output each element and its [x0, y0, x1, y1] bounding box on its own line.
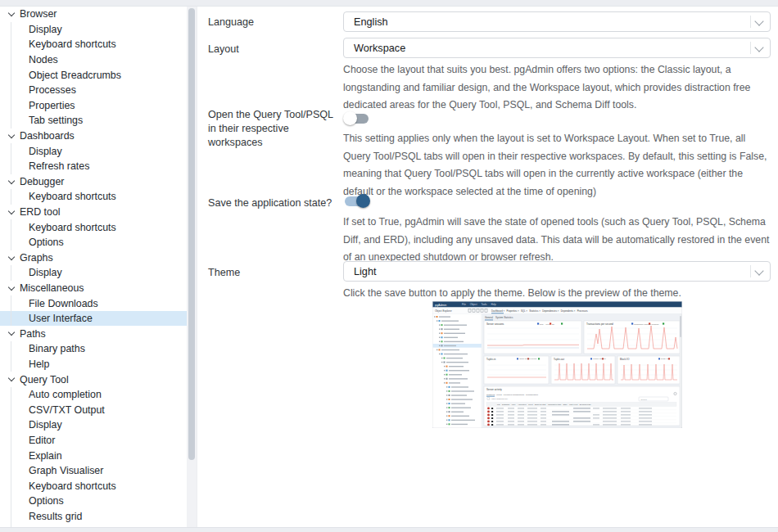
preview-activity-search: Search	[641, 399, 648, 400]
tree-item-label: Browser	[20, 8, 57, 20]
layout-label: Layout	[208, 43, 342, 56]
tree-item-label: Graphs	[20, 252, 53, 264]
tree-item-display[interactable]: Display	[0, 143, 187, 159]
tree-item-tab-settings[interactable]: Tab settings	[0, 113, 187, 128]
tree-item-options[interactable]: Options	[0, 235, 187, 250]
tree-scrollbar[interactable]	[187, 7, 197, 527]
tree-item-label: Nodes	[29, 54, 58, 65]
theme-select[interactable]: Light	[343, 261, 771, 282]
tree-item-display[interactable]: Display	[0, 417, 187, 433]
preview-activity-title: Server activity	[486, 388, 502, 391]
tree-item-label: Display	[29, 24, 62, 35]
preview-menubar: File Object Tools Help	[462, 303, 496, 306]
tree-item-label: Options	[29, 237, 64, 248]
theme-help-text: Click the save button to apply the theme…	[343, 285, 776, 303]
switch-knob	[343, 111, 357, 125]
tree-item-properties[interactable]: Properties	[0, 98, 187, 114]
tree-item-binary-paths[interactable]: Binary paths	[0, 341, 187, 357]
tree-item-label: Dashboards	[20, 130, 75, 142]
tree-item-csv-txt-output[interactable]: CSV/TXT Output	[0, 402, 187, 417]
chevron-down-icon[interactable]	[7, 132, 16, 140]
switch-knob	[356, 194, 370, 208]
chevron-down-icon[interactable]	[7, 208, 16, 216]
tree-item-label: Graph Visualiser	[29, 465, 103, 476]
chevron-down-icon[interactable]	[7, 254, 16, 262]
tree-item-auto-completion[interactable]: Auto completion	[0, 387, 187, 403]
chevron-down-icon[interactable]	[7, 178, 16, 186]
tree-item-keyboard-shortcuts[interactable]: Keyboard shortcuts	[0, 37, 187, 52]
tree-item-keyboard-shortcuts[interactable]: Keyboard shortcuts	[0, 219, 187, 235]
tree-item-label: Properties	[29, 100, 75, 111]
tree-item-processes[interactable]: Processes	[0, 83, 187, 98]
preview-logo-text: pgAdmin	[435, 304, 446, 307]
tree-item-label: Explain	[29, 450, 62, 462]
open-workspaces-help-text: This setting applies only when the layou…	[343, 130, 776, 201]
dialog-top-edge	[0, 0, 778, 7]
tree-item-help[interactable]: Help	[0, 357, 187, 372]
language-select[interactable]: English	[343, 11, 771, 32]
tree-item-label: Keyboard shortcuts	[29, 480, 116, 492]
tree-item-label: Display	[29, 419, 62, 431]
preview-legend-tuples-in: Inserts Updates Deletes	[519, 358, 536, 359]
tree-item-options[interactable]: Options	[0, 494, 187, 509]
save-state-toggle[interactable]	[343, 194, 370, 208]
tree-item-label: Refresh rates	[29, 160, 89, 172]
tree-item-label: Keyboard shortcuts	[29, 222, 116, 233]
tree-item-debugger[interactable]: Debugger	[0, 174, 187, 190]
tree-item-erd-tool[interactable]: ERD tool	[0, 205, 187, 220]
tree-item-label: File Downloads	[29, 298, 98, 309]
tree-item-explain[interactable]: Explain	[0, 448, 187, 463]
preview-chart-title-block-io: Block I/O	[620, 358, 630, 361]
chevron-down-icon[interactable]	[7, 10, 16, 18]
preview-legend-sessions: Total Active Idle	[540, 323, 555, 325]
tree-item-label: Editor	[29, 435, 55, 446]
preview-chart-title-sessions: Server sessions	[486, 322, 504, 326]
tree-item-label: Paths	[20, 328, 46, 340]
tree-item-query-tool[interactable]: Query Tool	[0, 372, 187, 387]
open-workspaces-toggle[interactable]	[343, 111, 370, 125]
layout-select[interactable]: Workspace	[343, 38, 771, 58]
tree-item-label: Keyboard shortcuts	[29, 191, 116, 202]
dialog-bottom-edge	[0, 527, 778, 532]
tree-item-object-breadcrumbs[interactable]: Object Breadcrumbs	[0, 67, 187, 83]
tree-item-label: Options	[29, 495, 64, 507]
tree-item-label: Keyboard shortcuts	[29, 38, 116, 50]
tree-item-file-downloads[interactable]: File Downloads	[0, 295, 187, 311]
theme-label: Theme	[208, 266, 342, 280]
tree-item-label: Display	[29, 146, 62, 157]
tree-item-browser[interactable]: Browser	[0, 7, 187, 22]
tree-item-graph-visualiser[interactable]: Graph Visualiser	[0, 463, 187, 479]
chevron-down-icon[interactable]	[7, 329, 16, 337]
settings-panel: Language English Layout Workspace Choose…	[197, 7, 778, 527]
scrollbar-thumb[interactable]	[188, 8, 195, 460]
tree-item-display[interactable]: Display	[0, 22, 187, 38]
chevron-down-icon[interactable]	[7, 375, 16, 383]
tree-item-user-interface[interactable]: User Interface	[0, 311, 187, 327]
preview-tabbar: Dashboard × Properties × SQL × Statistic…	[491, 309, 588, 313]
tree-item-nodes[interactable]: Nodes	[0, 52, 187, 68]
tree-item-results-grid[interactable]: Results grid	[0, 509, 187, 525]
tree-item-keyboard-shortcuts[interactable]: Keyboard shortcuts	[0, 478, 187, 494]
tree-item-label: Processes	[29, 84, 76, 96]
chevron-down-icon	[754, 16, 763, 25]
tree-item-label: Auto completion	[29, 389, 102, 400]
chevron-down-icon	[754, 266, 763, 275]
tree-item-refresh-rates[interactable]: Refresh rates	[0, 159, 187, 174]
tree-item-editor[interactable]: Editor	[0, 433, 187, 449]
tree-item-miscellaneous[interactable]: Miscellaneous	[0, 281, 187, 296]
language-label: Language	[208, 16, 342, 29]
tree-item-graphs[interactable]: Graphs	[0, 250, 187, 266]
select-value: Light	[354, 266, 377, 277]
preview-legend-tuples-out: Fetched Returned	[593, 358, 606, 359]
chevron-down-icon[interactable]	[7, 284, 16, 292]
tree-item-dashboards[interactable]: Dashboards	[0, 128, 187, 144]
theme-preview: pgAdmin File Object Tools Help Object Ex…	[432, 301, 682, 428]
tree-item-label: Object Breadcrumbs	[29, 70, 121, 81]
tree-item-label: Tab settings	[29, 115, 83, 126]
tree-item-label: Help	[29, 358, 49, 370]
tree-item-keyboard-shortcuts[interactable]: Keyboard shortcuts	[0, 189, 187, 205]
tree-item-paths[interactable]: Paths	[0, 326, 187, 341]
tree-item-display[interactable]: Display	[0, 265, 187, 281]
tree-item-label: ERD tool	[20, 206, 61, 218]
select-value: English	[354, 16, 388, 28]
